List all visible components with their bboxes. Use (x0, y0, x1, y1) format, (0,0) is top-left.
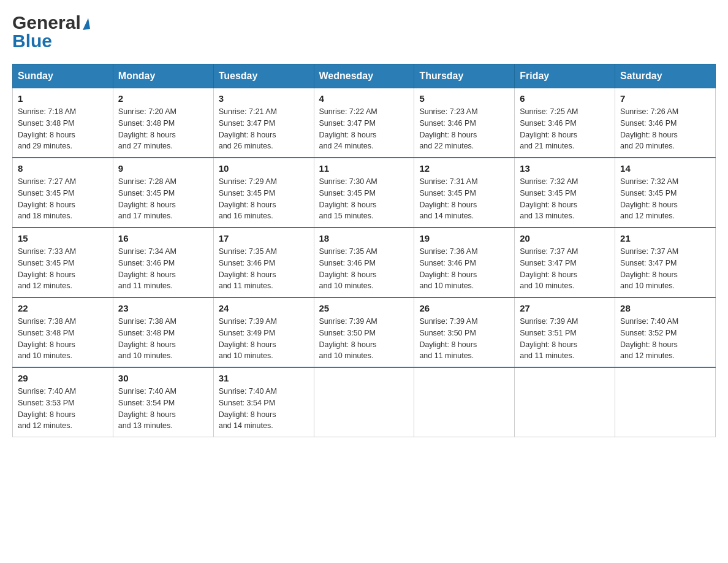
calendar-cell: 6 Sunrise: 7:25 AM Sunset: 3:46 PM Dayli… (515, 88, 615, 158)
calendar-cell: 19 Sunrise: 7:36 AM Sunset: 3:46 PM Dayl… (414, 228, 515, 297)
calendar-cell: 18 Sunrise: 7:35 AM Sunset: 3:46 PM Dayl… (314, 228, 414, 297)
calendar-cell: 26 Sunrise: 7:39 AM Sunset: 3:50 PM Dayl… (414, 297, 515, 367)
day-number: 20 (520, 233, 610, 243)
calendar-week-row: 15 Sunrise: 7:33 AM Sunset: 3:45 PM Dayl… (13, 228, 716, 297)
day-number: 4 (319, 93, 409, 104)
day-number: 21 (620, 233, 710, 243)
calendar-cell: 4 Sunrise: 7:22 AM Sunset: 3:47 PM Dayli… (314, 88, 414, 158)
day-info: Sunrise: 7:35 AM Sunset: 3:46 PM Dayligh… (219, 246, 309, 292)
calendar-cell: 15 Sunrise: 7:33 AM Sunset: 3:45 PM Dayl… (13, 228, 113, 297)
day-number: 28 (620, 303, 710, 313)
day-info: Sunrise: 7:33 AM Sunset: 3:45 PM Dayligh… (18, 246, 108, 292)
calendar-cell: 2 Sunrise: 7:20 AM Sunset: 3:48 PM Dayli… (113, 88, 213, 158)
col-header-monday: Monday (113, 64, 213, 88)
day-number: 11 (319, 163, 409, 174)
logo-triangle-icon (83, 18, 90, 30)
calendar-cell: 29 Sunrise: 7:40 AM Sunset: 3:53 PM Dayl… (13, 367, 113, 437)
day-info: Sunrise: 7:25 AM Sunset: 3:46 PM Dayligh… (520, 106, 610, 152)
calendar-cell: 12 Sunrise: 7:31 AM Sunset: 3:45 PM Dayl… (414, 158, 515, 228)
day-number: 1 (18, 93, 108, 104)
day-info: Sunrise: 7:40 AM Sunset: 3:52 PM Dayligh… (620, 316, 710, 362)
day-info: Sunrise: 7:31 AM Sunset: 3:45 PM Dayligh… (419, 176, 509, 222)
calendar-cell: 8 Sunrise: 7:27 AM Sunset: 3:45 PM Dayli… (13, 158, 113, 228)
day-info: Sunrise: 7:20 AM Sunset: 3:48 PM Dayligh… (118, 106, 208, 152)
day-info: Sunrise: 7:18 AM Sunset: 3:48 PM Dayligh… (18, 106, 108, 152)
day-info: Sunrise: 7:37 AM Sunset: 3:47 PM Dayligh… (520, 246, 610, 292)
day-info: Sunrise: 7:27 AM Sunset: 3:45 PM Dayligh… (18, 176, 108, 222)
day-number: 25 (319, 303, 409, 313)
calendar-cell: 20 Sunrise: 7:37 AM Sunset: 3:47 PM Dayl… (515, 228, 615, 297)
col-header-friday: Friday (515, 64, 615, 88)
day-number: 7 (620, 93, 710, 104)
day-number: 29 (18, 373, 108, 383)
calendar-cell: 23 Sunrise: 7:38 AM Sunset: 3:48 PM Dayl… (113, 297, 213, 367)
col-header-thursday: Thursday (414, 64, 515, 88)
day-number: 16 (118, 233, 208, 243)
calendar-cell: 9 Sunrise: 7:28 AM Sunset: 3:45 PM Dayli… (113, 158, 213, 228)
day-info: Sunrise: 7:34 AM Sunset: 3:46 PM Dayligh… (118, 246, 208, 292)
day-info: Sunrise: 7:40 AM Sunset: 3:54 PM Dayligh… (219, 386, 309, 432)
calendar-cell: 7 Sunrise: 7:26 AM Sunset: 3:46 PM Dayli… (615, 88, 716, 158)
day-number: 9 (118, 163, 208, 174)
day-number: 3 (219, 93, 309, 104)
calendar-cell: 3 Sunrise: 7:21 AM Sunset: 3:47 PM Dayli… (213, 88, 314, 158)
day-number: 18 (319, 233, 409, 243)
col-header-sunday: Sunday (13, 64, 113, 88)
day-number: 12 (419, 163, 509, 174)
calendar-cell: 25 Sunrise: 7:39 AM Sunset: 3:50 PM Dayl… (314, 297, 414, 367)
day-number: 5 (419, 93, 509, 104)
day-info: Sunrise: 7:40 AM Sunset: 3:54 PM Dayligh… (118, 386, 208, 432)
day-info: Sunrise: 7:35 AM Sunset: 3:46 PM Dayligh… (319, 246, 409, 292)
day-info: Sunrise: 7:21 AM Sunset: 3:47 PM Dayligh… (219, 106, 309, 152)
day-number: 24 (219, 303, 309, 313)
logo: General Blue (12, 12, 90, 52)
day-number: 27 (520, 303, 610, 313)
day-info: Sunrise: 7:39 AM Sunset: 3:51 PM Dayligh… (520, 316, 610, 362)
day-number: 30 (118, 373, 208, 383)
calendar-cell: 28 Sunrise: 7:40 AM Sunset: 3:52 PM Dayl… (615, 297, 716, 367)
calendar-cell: 10 Sunrise: 7:29 AM Sunset: 3:45 PM Dayl… (213, 158, 314, 228)
calendar-cell: 22 Sunrise: 7:38 AM Sunset: 3:48 PM Dayl… (13, 297, 113, 367)
day-number: 31 (219, 373, 309, 383)
calendar-header-row: SundayMondayTuesdayWednesdayThursdayFrid… (13, 64, 716, 88)
day-info: Sunrise: 7:29 AM Sunset: 3:45 PM Dayligh… (219, 176, 309, 222)
day-info: Sunrise: 7:40 AM Sunset: 3:53 PM Dayligh… (18, 386, 108, 432)
day-number: 26 (419, 303, 509, 313)
day-number: 19 (419, 233, 509, 243)
calendar-table: SundayMondayTuesdayWednesdayThursdayFrid… (12, 64, 716, 437)
logo-blue-text: Blue (12, 31, 52, 52)
day-number: 8 (18, 163, 108, 174)
day-number: 23 (118, 303, 208, 313)
day-info: Sunrise: 7:36 AM Sunset: 3:46 PM Dayligh… (419, 246, 509, 292)
day-info: Sunrise: 7:32 AM Sunset: 3:45 PM Dayligh… (620, 176, 710, 222)
calendar-cell: 14 Sunrise: 7:32 AM Sunset: 3:45 PM Dayl… (615, 158, 716, 228)
calendar-cell (615, 367, 716, 437)
calendar-cell: 21 Sunrise: 7:37 AM Sunset: 3:47 PM Dayl… (615, 228, 716, 297)
calendar-cell: 16 Sunrise: 7:34 AM Sunset: 3:46 PM Dayl… (113, 228, 213, 297)
col-header-wednesday: Wednesday (314, 64, 414, 88)
calendar-week-row: 22 Sunrise: 7:38 AM Sunset: 3:48 PM Dayl… (13, 297, 716, 367)
day-info: Sunrise: 7:32 AM Sunset: 3:45 PM Dayligh… (520, 176, 610, 222)
day-info: Sunrise: 7:28 AM Sunset: 3:45 PM Dayligh… (118, 176, 208, 222)
calendar-cell (414, 367, 515, 437)
calendar-cell: 13 Sunrise: 7:32 AM Sunset: 3:45 PM Dayl… (515, 158, 615, 228)
col-header-tuesday: Tuesday (213, 64, 314, 88)
page-header: General Blue (12, 12, 716, 52)
day-info: Sunrise: 7:39 AM Sunset: 3:50 PM Dayligh… (319, 316, 409, 362)
col-header-saturday: Saturday (615, 64, 716, 88)
day-info: Sunrise: 7:22 AM Sunset: 3:47 PM Dayligh… (319, 106, 409, 152)
day-info: Sunrise: 7:30 AM Sunset: 3:45 PM Dayligh… (319, 176, 409, 222)
day-info: Sunrise: 7:37 AM Sunset: 3:47 PM Dayligh… (620, 246, 710, 292)
calendar-cell: 30 Sunrise: 7:40 AM Sunset: 3:54 PM Dayl… (113, 367, 213, 437)
calendar-cell: 11 Sunrise: 7:30 AM Sunset: 3:45 PM Dayl… (314, 158, 414, 228)
day-number: 6 (520, 93, 610, 104)
calendar-cell: 1 Sunrise: 7:18 AM Sunset: 3:48 PM Dayli… (13, 88, 113, 158)
day-number: 15 (18, 233, 108, 243)
day-number: 14 (620, 163, 710, 174)
day-info: Sunrise: 7:38 AM Sunset: 3:48 PM Dayligh… (118, 316, 208, 362)
calendar-cell: 24 Sunrise: 7:39 AM Sunset: 3:49 PM Dayl… (213, 297, 314, 367)
calendar-cell (515, 367, 615, 437)
logo-general-text: General (12, 12, 81, 33)
calendar-cell: 27 Sunrise: 7:39 AM Sunset: 3:51 PM Dayl… (515, 297, 615, 367)
day-info: Sunrise: 7:26 AM Sunset: 3:46 PM Dayligh… (620, 106, 710, 152)
